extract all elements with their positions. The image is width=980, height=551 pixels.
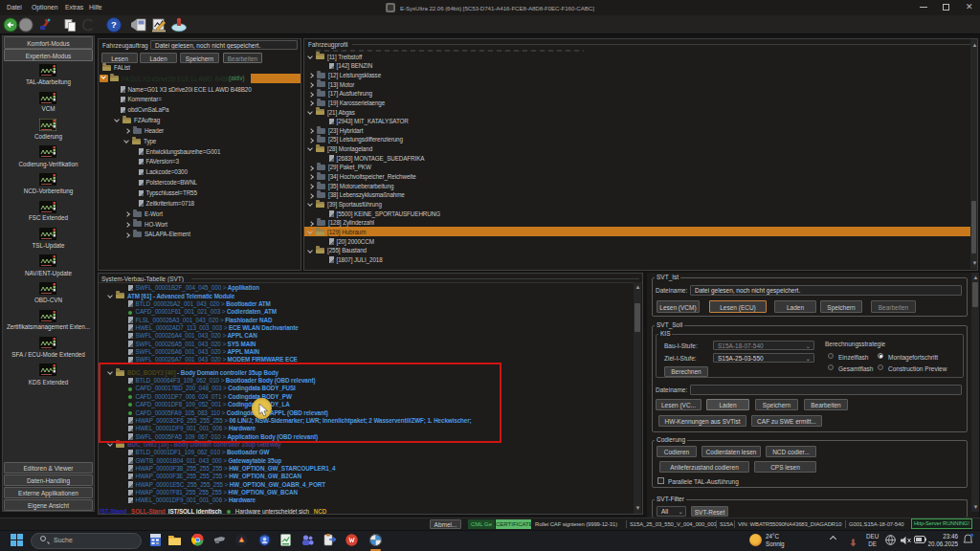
svg-text:?: ? xyxy=(111,19,117,30)
